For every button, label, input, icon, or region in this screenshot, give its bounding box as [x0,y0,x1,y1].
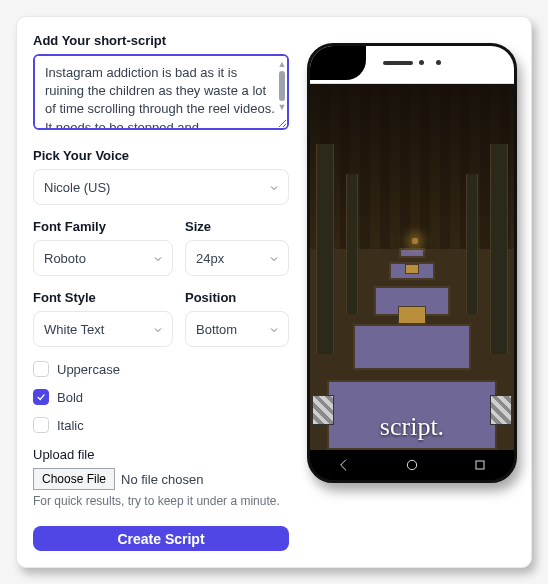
size-label: Size [185,219,289,234]
script-group: Add Your short-script ▲▼ [33,33,289,134]
textarea-scrollbar[interactable]: ▲▼ [277,60,287,112]
font-style-label: Font Style [33,290,173,305]
font-family-value: Roboto [44,251,86,266]
checkbox-icon [33,361,49,377]
editor-card: Add Your short-script ▲▼ Pick Your Voice… [16,16,532,568]
file-status: No file chosen [121,472,203,487]
position-select[interactable]: Bottom [185,311,289,347]
checkbox-icon [33,417,49,433]
size-select[interactable]: 24px [185,240,289,276]
voice-value: Nicole (US) [44,180,110,195]
preview-column: script. [307,33,517,551]
preview-caption: script. [310,412,514,442]
chevron-down-icon [268,253,278,263]
nav-back-icon[interactable] [336,457,352,473]
create-script-button[interactable]: Create Script [33,526,289,551]
size-value: 24px [196,251,224,266]
phone-navbar [310,450,514,480]
script-label: Add Your short-script [33,33,289,48]
font-style-select[interactable]: White Text [33,311,173,347]
voice-group: Pick Your Voice Nicole (US) [33,148,289,205]
bold-checkbox[interactable]: Bold [33,389,289,405]
font-family-select[interactable]: Roboto [33,240,173,276]
uppercase-checkbox[interactable]: Uppercase [33,361,289,377]
voice-select[interactable]: Nicole (US) [33,169,289,205]
font-style-value: White Text [44,322,104,337]
upload-label: Upload file [33,447,289,462]
voice-label: Pick Your Voice [33,148,289,163]
chevron-down-icon [152,324,162,334]
italic-label: Italic [57,418,84,433]
nav-home-icon[interactable] [404,457,420,473]
chevron-down-icon [268,324,278,334]
italic-checkbox[interactable]: Italic [33,417,289,433]
uppercase-label: Uppercase [57,362,120,377]
svg-rect-1 [476,461,484,469]
chevron-down-icon [268,182,278,192]
nav-recent-icon[interactable] [472,457,488,473]
choose-file-button[interactable]: Choose File [33,468,115,490]
position-value: Bottom [196,322,237,337]
font-family-label: Font Family [33,219,173,234]
checkbox-checked-icon [33,389,49,405]
position-label: Position [185,290,289,305]
upload-hint: For quick results, try to keep it under … [33,494,289,508]
chevron-down-icon [152,253,162,263]
phone-notch [310,46,366,80]
script-input[interactable] [33,54,289,130]
bold-label: Bold [57,390,83,405]
phone-status-bar [310,46,514,84]
preview-video: script. [310,84,514,450]
phone-frame: script. [307,43,517,483]
form-column: Add Your short-script ▲▼ Pick Your Voice… [33,33,289,551]
svg-point-0 [407,460,416,469]
